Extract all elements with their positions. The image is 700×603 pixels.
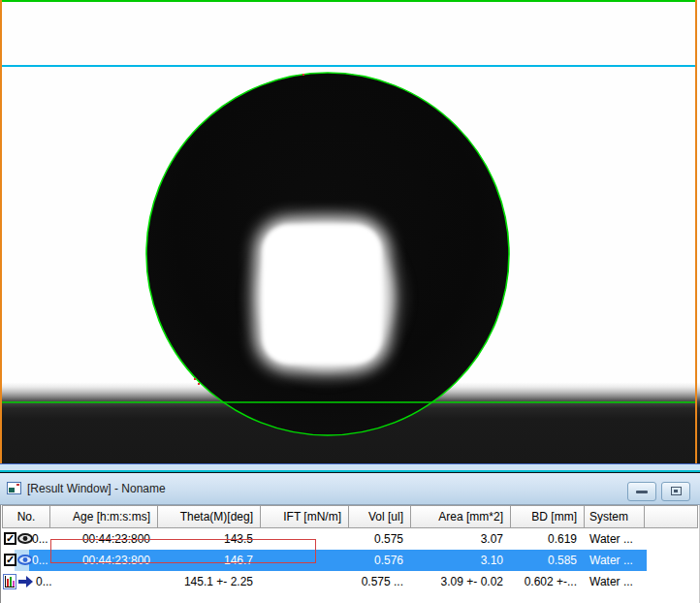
column-header-age[interactable]: Age [h:m:s:ms] xyxy=(50,505,158,528)
maximize-button[interactable] xyxy=(661,482,690,501)
column-header-area[interactable]: Area [mm*2] xyxy=(411,505,511,528)
column-header-vol[interactable]: Vol [ul] xyxy=(349,505,411,528)
cell-vol: 0.576 xyxy=(349,550,411,571)
column-header-ift[interactable]: IFT [mN/m] xyxy=(261,505,349,528)
right-frame-line xyxy=(695,0,697,463)
cell-bd: 0.585 xyxy=(511,550,585,571)
cell-age xyxy=(50,571,158,592)
cell-system: Water ... xyxy=(585,528,645,550)
table-row-mean[interactable]: 0... 145.1 +- 2.25 0.575 ... 3.09 +- 0.0… xyxy=(0,571,700,592)
row-checkbox[interactable]: ✓ xyxy=(4,554,16,566)
row-number: 0... xyxy=(32,528,48,550)
table-header: No. Age [h:m:s:ms] Theta(M)[deg] IFT [mN… xyxy=(0,505,700,528)
cell-vol: 0.575 xyxy=(349,528,411,550)
focus-guide-line[interactable] xyxy=(2,65,695,67)
result-window-title: [Result Window] - Noname xyxy=(27,473,166,505)
bar-chart-icon xyxy=(3,574,16,589)
column-header-system[interactable]: System xyxy=(585,505,645,528)
minimize-button[interactable] xyxy=(627,482,656,501)
left-frame-line xyxy=(0,0,2,463)
minimize-icon xyxy=(636,491,648,493)
cell-area: 3.09 +- 0.02 xyxy=(411,571,511,592)
arrow-right-icon xyxy=(18,576,34,587)
annotation-red-box xyxy=(50,539,316,563)
cell-ift xyxy=(261,571,349,592)
fit-circle-overlay xyxy=(146,73,509,435)
column-header-no[interactable]: No. xyxy=(2,505,50,528)
cell-system: Water ... xyxy=(585,571,645,592)
cell-theta: 145.1 +- 2.25 xyxy=(158,571,261,592)
cell-bd: 0.602 +-... xyxy=(511,571,585,592)
cell-area: 3.07 xyxy=(411,528,511,550)
fit-deviation-mark xyxy=(198,383,200,385)
row-number: 0... xyxy=(36,571,52,592)
column-header-empty[interactable] xyxy=(645,505,698,528)
top-guide-line xyxy=(2,0,695,2)
fit-deviation-mark xyxy=(194,378,196,380)
row-checkbox[interactable]: ✓ xyxy=(4,532,16,545)
eye-icon xyxy=(17,555,33,565)
row-number: 0... xyxy=(32,550,48,571)
measurement-overlay xyxy=(0,0,700,463)
cell-vol: 0.575 ... xyxy=(349,571,411,592)
cell-system: Water ... xyxy=(585,550,645,571)
result-window-icon xyxy=(7,482,21,494)
camera-view xyxy=(0,0,700,463)
app-window: [Result Window] - Noname No. Age [h:m:s:… xyxy=(0,0,700,603)
maximize-icon xyxy=(671,487,682,495)
cell-area: 3.10 xyxy=(411,550,511,571)
column-header-bd[interactable]: BD [mm] xyxy=(511,505,585,528)
fit-deviation-mark xyxy=(302,74,304,76)
cell-bd: 0.619 xyxy=(511,528,585,550)
eye-icon xyxy=(17,533,33,544)
column-header-theta[interactable]: Theta(M)[deg] xyxy=(158,505,261,528)
